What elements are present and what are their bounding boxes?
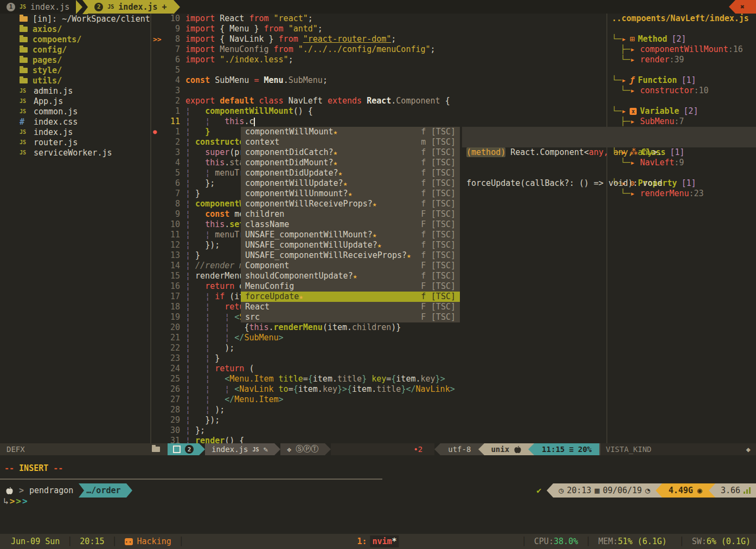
vista-symbol-SubMenu[interactable]: ├─▸ SubMenu:7 (612, 117, 756, 127)
editor-line[interactable]: 24¦ ¦ return ( (151, 364, 606, 374)
editor-line[interactable]: 3 (151, 86, 606, 96)
terminal[interactable]: > pendragon …/order ✔ ◷ 20:13 ▦ 09/06/19… (0, 480, 756, 534)
vista-group-variable[interactable]: └─▸xVariable[2] (612, 106, 756, 117)
username-label: pendragon (29, 486, 73, 495)
completion-item[interactable]: UNSAFE_componentWillUpdate?★f[TSC] (241, 240, 460, 250)
statusline-position-segment: 11:15 ≡ 20% (534, 443, 599, 455)
powerline-arrow-icon (274, 443, 280, 455)
sign-column (151, 189, 166, 199)
close-button[interactable]: ✖ (729, 0, 756, 14)
tab-buffer-2-active[interactable]: 2 JS index.js + (88, 0, 173, 14)
sign-column (151, 353, 166, 364)
file-tree-item[interactable]: config/ (0, 44, 150, 55)
sign-column (151, 75, 166, 86)
prompt-input-arrows[interactable]: ↳ > > > (3, 496, 28, 506)
line-number: 18 (166, 302, 185, 312)
sign-column (151, 14, 166, 24)
completion-item[interactable]: UNSAFE_componentWillMount?★f[TSC] (241, 230, 460, 240)
editor-line[interactable]: 2export default class NavLeft extends Re… (151, 96, 606, 106)
window-flag: * (392, 537, 397, 546)
editor-line[interactable]: 1¦ componentWillMount() { (151, 106, 606, 117)
completion-item[interactable]: componentWillUpdate?★f[TSC] (241, 178, 460, 189)
completion-item[interactable]: componentWillMount★f[TSC] (241, 127, 460, 137)
file-tree-item[interactable]: JSserviceWorker.js (0, 147, 150, 158)
file-tree-item[interactable]: #index.css (0, 117, 150, 127)
sign-column (151, 106, 166, 117)
file-tree-item[interactable]: axios/ (0, 24, 150, 34)
completion-item[interactable]: shouldComponentUpdate?★f[TSC] (241, 271, 460, 281)
editor-line[interactable]: >>8import { NavLink } from "react-router… (151, 34, 606, 44)
vista-group-method[interactable]: └─▸⊞Method[2] (612, 34, 756, 44)
completion-item-selected[interactable]: forceUpdate★f[TSC] (241, 292, 460, 302)
statusline-filename-segment: index.js JS ✎ (205, 443, 274, 455)
hacking-badge-icon (125, 538, 133, 545)
file-tree-item[interactable]: utils/ (0, 75, 150, 86)
editor-line[interactable]: 11¦ ¦ this.c (151, 117, 606, 127)
vista-symbol-constructor[interactable]: └─▸ constructor:10 (612, 86, 756, 96)
editor-line[interactable]: 28¦ ¦ ); (151, 405, 606, 415)
editor-line[interactable]: 6import "./index.less"; (151, 55, 606, 65)
file-tree-item[interactable]: JSindex.js (0, 127, 150, 137)
sign-column (151, 312, 166, 322)
completion-item[interactable]: MenuConfigF[TSC] (241, 281, 460, 292)
editor-line[interactable]: 25¦ ¦ <Menu.Item title={item.title} key=… (151, 374, 606, 384)
completion-source: [TSC] (431, 271, 456, 281)
file-tree-item[interactable]: style/ (0, 65, 150, 75)
file-tree-root[interactable]: [in]: ~/WorkSpace/client (0, 14, 150, 24)
editor-line[interactable]: 5 (151, 65, 606, 75)
file-tree-item[interactable]: compoents/ (0, 34, 150, 44)
statusline-buffer-segment: 2 (168, 443, 199, 455)
editor-line[interactable]: 23¦ ¦ } (151, 353, 606, 364)
code-text (185, 65, 606, 75)
completion-item[interactable]: componentWillReceiveProps?★f[TSC] (241, 199, 460, 209)
time-label: 20:13 (567, 486, 591, 495)
line-number: 22 (166, 343, 185, 353)
kind-name-label: Function (638, 75, 677, 86)
completion-item[interactable]: ComponentF[TSC] (241, 261, 460, 271)
code-text: import { Menu } from "antd"; (185, 24, 606, 34)
folder-icon (152, 447, 160, 452)
vista-symbol-render[interactable]: └─▸ render:39 (612, 55, 756, 65)
file-tree-item[interactable]: JSApp.js (0, 96, 150, 106)
tab-buffer-1[interactable]: 1 JS index.js (0, 0, 76, 14)
completion-item[interactable]: componentDidMount?★f[TSC] (241, 158, 460, 168)
editor-line[interactable]: 31¦ render() { (151, 436, 606, 443)
star-icon: ★ (334, 148, 338, 157)
editor-line[interactable]: 10import React from "react"; (151, 14, 606, 24)
editor-line[interactable]: 9import { Menu } from "antd"; (151, 24, 606, 34)
code-text: import { NavLink } from "react-router-do… (185, 34, 606, 44)
file-tree-item[interactable]: pages/ (0, 55, 150, 65)
editor-line[interactable]: 30¦ }; (151, 425, 606, 436)
completion-item[interactable]: componentWillUnmount?★f[TSC] (241, 189, 460, 199)
date-label: 09/06/19 (603, 486, 642, 495)
completion-kind: f (419, 271, 428, 281)
file-tree-item[interactable]: JSrouter.js (0, 137, 150, 147)
vista-group-function[interactable]: └─▸ƒFunction[1] (612, 75, 756, 86)
code-text: ¦ ¦ ); (185, 343, 606, 353)
editor-line[interactable]: 7import MenuConfig from "./../../config/… (151, 44, 606, 55)
file-tree-item[interactable]: JScommon.js (0, 106, 150, 117)
completion-item[interactable]: srcF[TSC] (241, 312, 460, 322)
completion-item[interactable]: childrenF[TSC] (241, 209, 460, 219)
completion-item[interactable]: contextm[TSC] (241, 137, 460, 147)
editor-line[interactable]: 27¦ ¦ </Menu.Item> (151, 395, 606, 405)
completion-label: shouldComponentUpdate?★ (245, 271, 419, 281)
completion-item[interactable]: classNameF[TSC] (241, 219, 460, 230)
completion-item[interactable]: componentDidCatch?★f[TSC] (241, 147, 460, 158)
completion-item[interactable]: ReactF[TSC] (241, 302, 460, 312)
editor-line[interactable]: 26¦ ¦ ¦ <NavLink to={item.key}>{item.tit… (151, 384, 606, 395)
editor-line[interactable]: 22¦ ¦ ); (151, 343, 606, 353)
file-tree-item[interactable]: JSadmin.js (0, 86, 150, 96)
editor-line[interactable]: 20¦ ¦ ¦ {this.renderMenu(item.children)} (151, 322, 606, 333)
line-number: 11 (166, 117, 185, 127)
completion-source: [TSC] (431, 302, 456, 312)
symbol-line-number: :39 (669, 55, 684, 65)
completion-item[interactable]: UNSAFE_componentWillReceiveProps?★f[TSC] (241, 250, 460, 261)
editor-line[interactable]: 29¦ }); (151, 415, 606, 425)
completion-item[interactable]: componentDidUpdate?★f[TSC] (241, 168, 460, 178)
editor-line[interactable]: 4const SubMenu = Menu.SubMenu; (151, 75, 606, 86)
tmux-window-item[interactable]: nvim* (370, 535, 399, 547)
vista-symbol-componentWillMount[interactable]: ├─▸ componentWillMount:16 (612, 44, 756, 55)
editor-line[interactable]: 21¦ ¦ ¦ </SubMenu> (151, 333, 606, 343)
function-icon: ƒ (630, 75, 635, 86)
